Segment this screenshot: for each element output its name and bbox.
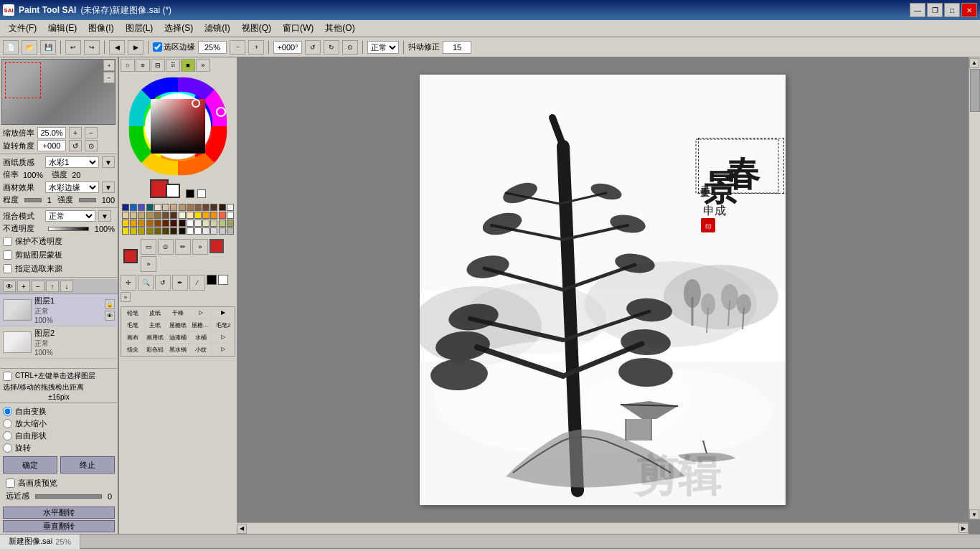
palette-cell[interactable] bbox=[138, 204, 145, 211]
preview-btn2[interactable]: − bbox=[103, 72, 115, 83]
brush-drawing[interactable]: 画用纸 bbox=[144, 331, 167, 344]
canvas-scroll-v[interactable]: ▲ ▼ bbox=[969, 57, 980, 519]
palette-cell[interactable] bbox=[122, 204, 129, 211]
zoom-value-input[interactable] bbox=[37, 127, 66, 138]
palette-cell[interactable] bbox=[162, 212, 169, 219]
palette-cell[interactable] bbox=[227, 212, 234, 219]
select-circle-tool[interactable]: ⊙ bbox=[158, 239, 174, 255]
brush-extra4[interactable]: ▷ bbox=[212, 344, 235, 356]
palette-cell[interactable] bbox=[210, 220, 217, 227]
menu-view[interactable]: 视图(Q) bbox=[236, 21, 277, 36]
extra-tool[interactable]: » bbox=[192, 239, 208, 255]
degree-slider[interactable] bbox=[24, 198, 42, 202]
selection-edge-check[interactable] bbox=[153, 42, 162, 52]
layer-item-2[interactable]: 图层2 正常 100% bbox=[0, 326, 118, 359]
pencil-tool[interactable]: ✏ bbox=[175, 239, 191, 255]
preview-btn1[interactable]: + bbox=[103, 60, 115, 71]
rotate-flip-btn[interactable]: ⊙ bbox=[85, 140, 98, 151]
toolbar-save[interactable]: 💾 bbox=[40, 40, 56, 55]
palette-cell[interactable] bbox=[202, 220, 209, 227]
toolbar-undo[interactable]: ↩ bbox=[65, 40, 81, 55]
brush-extra2[interactable]: ▶ bbox=[212, 307, 235, 319]
palette-cell[interactable] bbox=[210, 227, 217, 235]
view-btn-circle[interactable]: ○ bbox=[121, 59, 135, 72]
brush-texture-btn[interactable]: ▼ bbox=[102, 182, 115, 193]
palette-cell[interactable] bbox=[146, 227, 154, 235]
palette-cell[interactable] bbox=[187, 212, 194, 219]
menu-image[interactable]: 图像(I) bbox=[83, 21, 119, 36]
scroll-v-down[interactable]: ▼ bbox=[969, 509, 979, 519]
palette-cell[interactable] bbox=[219, 204, 226, 211]
palette-cell[interactable] bbox=[194, 212, 202, 219]
palette-cell[interactable] bbox=[138, 227, 145, 235]
canvas-scroll-h[interactable]: ◀ ▶ bbox=[237, 522, 969, 534]
palette-cell[interactable] bbox=[219, 227, 226, 235]
layer-up-btn[interactable]: ↑ bbox=[46, 281, 59, 292]
palette-cell[interactable] bbox=[187, 220, 194, 227]
palette-cell[interactable] bbox=[179, 204, 186, 211]
layer-down-btn[interactable]: ↓ bbox=[60, 281, 73, 292]
blend-expand-btn[interactable]: ▼ bbox=[98, 210, 111, 222]
palette-cell[interactable] bbox=[130, 204, 137, 211]
tool-extra-btn[interactable]: » bbox=[121, 292, 131, 302]
palette-cell[interactable] bbox=[202, 212, 209, 219]
perspective-slider[interactable] bbox=[35, 494, 102, 499]
rotate-tool[interactable]: ↺ bbox=[155, 275, 171, 291]
palette-cell[interactable] bbox=[170, 204, 177, 211]
palette-cell[interactable] bbox=[187, 204, 194, 211]
blend-mode-select2[interactable]: 正常 bbox=[45, 210, 95, 222]
brush-hair2[interactable]: 毛笔2 bbox=[212, 319, 235, 331]
menu-other[interactable]: 其他(O) bbox=[319, 21, 360, 36]
palette-cell[interactable] bbox=[202, 227, 209, 235]
transform-rotate-radio[interactable] bbox=[3, 443, 12, 453]
palette-cell[interactable] bbox=[146, 212, 154, 219]
color-wheel-container[interactable] bbox=[128, 76, 228, 176]
zoom-out-btn[interactable]: － bbox=[230, 40, 245, 55]
scroll-h-left[interactable]: ◀ bbox=[237, 524, 247, 534]
palette-cell[interactable] bbox=[227, 227, 234, 235]
palette-cell[interactable] bbox=[122, 212, 129, 219]
hq-preview-check[interactable] bbox=[6, 479, 15, 488]
transform-scale-radio[interactable] bbox=[3, 419, 12, 428]
stabilizer-input[interactable] bbox=[443, 41, 471, 54]
toolbar-new[interactable]: 📄 bbox=[3, 40, 19, 55]
view-btn-color[interactable]: ■ bbox=[181, 59, 195, 72]
palette-cell[interactable] bbox=[130, 220, 137, 227]
palette-cell[interactable] bbox=[138, 212, 145, 219]
color-indicator2[interactable] bbox=[209, 239, 224, 253]
degree-strength-slider[interactable] bbox=[79, 198, 96, 202]
eraser-tool[interactable]: ∕ bbox=[189, 275, 205, 291]
palette-cell[interactable] bbox=[227, 220, 234, 227]
palette-cell[interactable] bbox=[122, 227, 129, 235]
brush-main[interactable]: 主纸 bbox=[144, 319, 167, 331]
layer-del-btn[interactable]: − bbox=[32, 281, 44, 292]
canvas-tab-active[interactable]: 新建图像.sai 25% bbox=[0, 534, 80, 549]
palette-cell[interactable] bbox=[194, 227, 202, 235]
brush-extra1[interactable]: ▷ bbox=[189, 307, 212, 319]
transform-free-radio[interactable] bbox=[3, 407, 12, 416]
brush-eave[interactable]: 屋檐纸 bbox=[166, 319, 189, 331]
cancel-btn[interactable]: 终止 bbox=[60, 456, 115, 474]
palette-cell[interactable] bbox=[187, 227, 194, 235]
toolbar-open[interactable]: 📂 bbox=[22, 40, 37, 55]
blend-mode-select[interactable]: 正常 bbox=[367, 41, 399, 54]
menu-edit[interactable]: 编辑(E) bbox=[42, 21, 83, 36]
brush-skin[interactable]: 皮纸 bbox=[144, 307, 167, 319]
toolbar-redo[interactable]: ↪ bbox=[84, 40, 100, 55]
palette-cell[interactable] bbox=[202, 204, 209, 211]
scroll-v-up[interactable]: ▲ bbox=[969, 58, 979, 68]
brush-black-water[interactable]: 黑水钢 bbox=[166, 344, 189, 356]
minimize-button[interactable]: — bbox=[910, 3, 925, 17]
palette-cell[interactable] bbox=[219, 212, 226, 219]
palette-cell[interactable] bbox=[170, 220, 177, 227]
brush-water[interactable]: 水桶 bbox=[189, 331, 212, 344]
palette-cell[interactable] bbox=[122, 220, 129, 227]
palette-cell[interactable] bbox=[194, 204, 202, 211]
flip-v-btn[interactable]: 垂直翻转 bbox=[3, 520, 115, 532]
background-color[interactable] bbox=[166, 184, 180, 198]
white-swatch[interactable] bbox=[197, 189, 206, 198]
brush-canvas[interactable]: 画布 bbox=[121, 331, 144, 344]
move-tool[interactable]: ✛ bbox=[121, 275, 136, 291]
palette-cell[interactable] bbox=[154, 212, 161, 219]
zoom-tool[interactable]: 🔍 bbox=[138, 275, 154, 291]
